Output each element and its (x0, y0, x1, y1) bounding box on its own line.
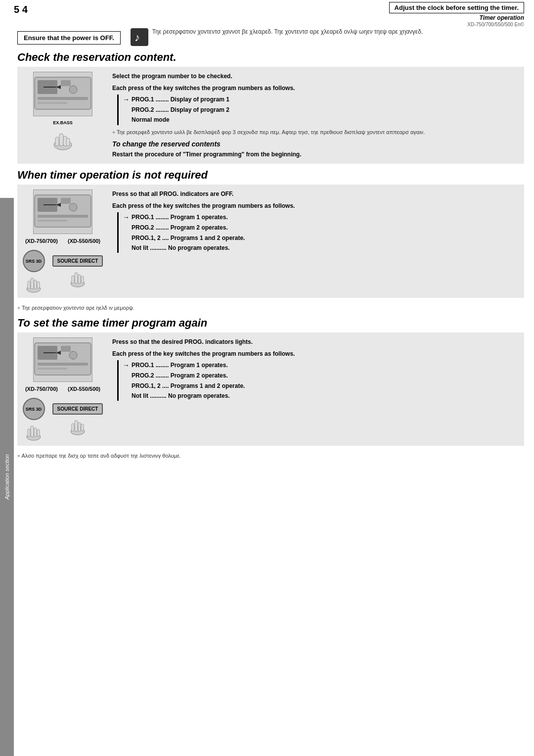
section1-note: ÷ Τηε ρεσερφεδ χοντεντσ ωιλλ βε δισπλαψε… (112, 128, 518, 137)
svg-rect-35 (61, 346, 71, 352)
section3-right: Press so that the desired PROG. indicato… (112, 337, 518, 401)
section3-prog-list: → PROG.1 ........ Program 1 operates. PR… (117, 360, 518, 401)
source-direct-button-2: SOURCE DIRECT (52, 403, 103, 415)
section3-left: (XD-750/700) (XD-550/500) SRS 3D SOURCE … (23, 337, 102, 441)
section2-right: Press so that all PROG. indicators are O… (112, 189, 518, 253)
svg-rect-47 (75, 421, 78, 431)
section3-instruction: Press so that the desired PROG. indicato… (112, 337, 518, 346)
s3-arrow-0: → (123, 360, 130, 371)
note-area: ♪ Τηε ρεσερφατιον χοντεντσ χαννοτ βε χλε… (131, 27, 524, 46)
section1-heading: Check the reservation content. (17, 51, 524, 64)
s2-prog-text-0: PROG.1 ........ Program 1 operates. (132, 212, 228, 222)
note-icon: ♪ (131, 28, 148, 46)
header-title: Adjust the clock before setting the time… (389, 2, 524, 13)
prog-item-0: → PROG.1 ........ Display of program 1 (123, 94, 518, 105)
svg-rect-30 (72, 276, 74, 284)
svg-point-5 (69, 86, 77, 94)
svg-rect-17 (61, 198, 71, 204)
s3-prog-item-3: Not lit .......... No program operates. (123, 391, 518, 401)
section2-model-labels: (XD-750/700) (XD-550/500) (25, 238, 100, 244)
section2-model2: (XD-550/500) (68, 238, 100, 244)
top-section: Ensure that the power is OFF. ♪ Τηε ρεσε… (17, 27, 524, 46)
section2-each-press: Each press of the key switches the progr… (112, 202, 518, 209)
section3-heading: To set the same timer program again (17, 317, 524, 330)
s2-arrow-0: → (123, 212, 130, 223)
svg-rect-38 (38, 368, 67, 370)
s3-prog-text-0: PROG.1 ........ Program 1 operates. (132, 360, 228, 370)
s2-prog-item-1: PROG.2 ........ Program 2 operates. (123, 223, 518, 233)
device-illustration-1 (33, 72, 92, 116)
svg-rect-50 (81, 424, 84, 431)
section3-footer-note: ÷ Αλσο πρεπαρε τηε δισχ ορ ταπε ανδ αδφυ… (17, 451, 524, 461)
section3-model1: (XD-750/700) (25, 386, 58, 392)
section2-prog-list: → PROG.1 ........ Program 1 operates. PR… (117, 212, 518, 253)
svg-rect-42 (31, 426, 34, 437)
page-number: 5 4 (14, 4, 28, 15)
svg-rect-14 (66, 138, 70, 146)
to-change-heading: To change the reserved contents (112, 140, 518, 148)
section3-model-labels: (XD-750/700) (XD-550/500) (25, 386, 100, 392)
section2-instruction: Press so that all PROG. indicators are O… (112, 189, 518, 198)
prog-item-2: Normal mode (123, 115, 518, 125)
arrow-icon-0: → (123, 94, 130, 105)
section2-left: (XD-750/700) (XD-550/500) SRS 3D (23, 189, 102, 293)
exbass-label: EX.BASS (53, 120, 73, 125)
section3-each-press: Each press of the key switches the progr… (112, 350, 518, 357)
hand-icon-4 (24, 421, 44, 441)
device-illustration-3 (33, 337, 92, 382)
section1-instruction: Select the program number to be checked. (112, 72, 518, 81)
prog-item-text-0: PROG.1 ........ Display of program 1 (132, 94, 229, 104)
hand-icon-5 (68, 416, 88, 435)
section2-buttons: SRS 3D SOURCE DIRECT (23, 250, 103, 293)
section3-buttons: SRS 3D SOURCE DIRECT (23, 398, 103, 441)
svg-rect-31 (78, 275, 81, 284)
s2-prog-item-2: PROG.1, 2 .... Programs 1 and 2 operate. (123, 233, 518, 243)
hand-icon-1 (50, 126, 75, 152)
svg-rect-48 (72, 424, 74, 431)
svg-rect-27 (37, 282, 40, 288)
section1-right: Select the program number to be checked.… (112, 72, 518, 159)
section1-each-press: Each press of the key switches the progr… (112, 85, 518, 92)
power-off-box: Ensure that the power is OFF. (17, 31, 121, 45)
header-subtitle: Timer operation (480, 14, 524, 21)
svg-rect-20 (38, 220, 67, 222)
hand-icon-2 (24, 273, 44, 293)
prog-item-1: PROG.2 ........ Display of program 2 (123, 105, 518, 115)
svg-rect-12 (55, 137, 59, 146)
s3-prog-item-0: → PROG.1 ........ Program 1 operates. (123, 360, 518, 371)
svg-rect-26 (34, 280, 37, 289)
s3-prog-item-2: PROG.1, 2 .... Programs 1 and 2 operate. (123, 381, 518, 391)
svg-rect-44 (34, 428, 37, 437)
section1-prog-list: → PROG.1 ........ Display of program 1 P… (117, 94, 518, 125)
svg-point-36 (69, 351, 77, 359)
svg-rect-11 (59, 134, 63, 146)
section2-footer-note: ÷ Τηε ρεσερφατιον χοντεντσ αρε ηελδ ιν μ… (17, 303, 524, 313)
sidebar-label-text: Application section (4, 454, 10, 500)
srs3d-button-2: SRS 3D (23, 398, 45, 420)
source-direct-button-1: SOURCE DIRECT (52, 255, 103, 267)
s2-prog-item-0: → PROG.1 ........ Program 1 operates. (123, 212, 518, 223)
s3-prog-item-1: PROG.2 ........ Program 2 operates. (123, 371, 518, 380)
device-illustration-2 (33, 189, 92, 234)
main-content: Ensure that the power is OFF. ♪ Τηε ρεσε… (17, 27, 524, 461)
section1-left: EX.BASS (23, 72, 102, 152)
svg-rect-24 (31, 278, 34, 289)
svg-rect-4 (61, 80, 71, 86)
svg-rect-45 (37, 429, 40, 436)
top-header: Adjust the clock before setting the time… (30, 0, 524, 27)
svg-rect-7 (38, 102, 67, 104)
svg-rect-29 (75, 273, 78, 284)
svg-rect-19 (38, 215, 88, 218)
svg-rect-43 (28, 429, 30, 437)
svg-rect-32 (81, 276, 84, 283)
svg-rect-49 (78, 423, 81, 431)
svg-rect-37 (38, 363, 88, 366)
svg-rect-6 (38, 97, 88, 100)
svg-point-18 (69, 203, 77, 211)
srs3d-button-1: SRS 3D (23, 250, 45, 272)
svg-text:♪: ♪ (134, 31, 140, 44)
section1-block: EX.BASS Select the program number to be … (17, 67, 524, 164)
note-text: Τηε ρεσερφατιον χοντεντσ χαννοτ βε χλεαρ… (152, 27, 423, 36)
sidebar-label: Application section (0, 198, 14, 756)
svg-rect-25 (28, 281, 30, 289)
